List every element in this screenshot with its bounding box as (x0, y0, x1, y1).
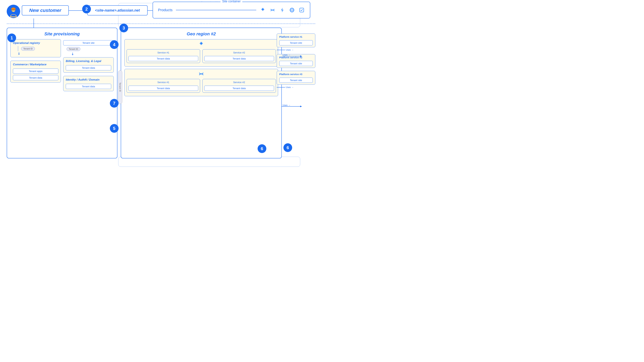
site-container-inner: Products (153, 2, 310, 18)
jira-svc1-data: Tenant data (128, 56, 198, 61)
ps2-title: Platform service #2 (279, 56, 313, 59)
product-icons (260, 7, 305, 13)
op-registry-title: Operational registry (13, 41, 58, 45)
commerce-panel: Commerce / Marketplace Tenant apps Tenan… (10, 61, 61, 82)
jira-section: Service #1 Tenant data Service #2 Tenant… (124, 39, 278, 66)
conf-svc1-label: Service #1 (128, 81, 198, 84)
confluence-section: Service #1 Tenant data Service #2 Tenant… (124, 69, 278, 96)
platform-services: Platform service #1 Tenant sIte Uses → P… (277, 33, 315, 88)
tenant-site-box: Tenant site (63, 40, 114, 45)
step-5-circle: 5 (110, 124, 118, 133)
step-3-circle: 3 (120, 24, 128, 32)
site-container-label: Site container (220, 0, 242, 3)
tenant-id-pill-2: Tenant ID (66, 47, 80, 51)
confluence-services-row: Service #1 Tenant data Service #2 Tenant… (126, 79, 276, 93)
geo2-panel: 3 Geo region #2 Service #1 Tenant data S… (121, 28, 282, 158)
uses-arrow-1: Uses → (277, 49, 315, 51)
billing-title: Billing, Licensing, & Legal (66, 59, 111, 63)
step-6a-circle: 6 (258, 144, 266, 153)
ps1-inner: Tenant sIte (279, 40, 313, 45)
svg-marker-13 (300, 106, 302, 107)
tenant-id-row2: Tenant ID (66, 47, 114, 51)
platform-service-2-box: Platform service #2 Tenant site (277, 54, 315, 68)
conf-service-1: Service #1 Tenant data (126, 79, 200, 93)
geo2-title: Geo region #2 (124, 31, 278, 36)
step-2-circle: 2 (82, 5, 91, 13)
uses-label-1: Uses → (286, 49, 294, 51)
platform-service-1-box: Platform service #1 Tenant sIte (277, 33, 315, 47)
uses-label-3: Uses → (286, 86, 294, 88)
confluence-product-icon (126, 71, 276, 78)
products-line (176, 10, 256, 10)
provisioning-columns: Operational registry Tenant ID Commerce … (10, 39, 114, 152)
jira-svc2-data: Tenant data (204, 56, 274, 61)
statuspage-icon (279, 7, 286, 13)
ps2-inner: Tenant site (279, 61, 313, 66)
new-customer-box: New customer (22, 5, 69, 15)
site-provisioning-panel: Site provisioning Operational registry T… (7, 28, 118, 158)
conf-service-2: Service #2 Tenant data (202, 79, 276, 93)
globe-icon (289, 7, 295, 13)
tenant-data-box-1: Tenant data (13, 75, 58, 80)
conf-svc2-data: Tenant data (204, 86, 274, 91)
confluence-icon (269, 7, 276, 13)
step-1-circle: 1 (8, 33, 16, 42)
svg-rect-8 (300, 8, 304, 12)
products-label: Products (158, 8, 172, 12)
conf-svc2-label: Service #2 (204, 81, 274, 84)
billing-panel: Billing, Licensing, & Legal Tenant data (63, 57, 114, 72)
ps1-title: Platform service #1 (279, 35, 313, 38)
connector-customer-step2 (69, 10, 83, 11)
jira-service-icon (298, 7, 305, 13)
tenant-data-box-2: Tenant data (66, 65, 111, 70)
step-4-circle: 4 (110, 40, 118, 49)
conf-svc1-data: Tenant data (128, 86, 198, 91)
tenant-id-row1: Tenant ID (13, 46, 58, 51)
op-registry-panel: Operational registry Tenant ID (10, 39, 61, 57)
new-customer-label: New customer (29, 8, 61, 13)
tenant-id-pill-1: Tenant ID (21, 47, 35, 51)
site-url-label: <site-name>.atlassian.net (95, 8, 140, 12)
right-column: Tenant site Tenant ID Billing, Licensing… (63, 39, 114, 152)
left-column: Operational registry Tenant ID Commerce … (10, 39, 61, 152)
tenant-apps-box: Tenant apps (13, 68, 58, 74)
tenant-id-vertical: Tenant ID (118, 70, 122, 104)
jira-service-2: Service #2 Tenant data (202, 49, 276, 63)
jira-svc2-label: Service #2 (204, 51, 274, 54)
step-6b-circle: 6 (284, 143, 292, 152)
uses-arrow-3: Uses → (277, 86, 315, 88)
arrow-down-2 (72, 53, 114, 56)
tenant-site-row: Tenant site (63, 39, 114, 45)
identity-panel: Identity / AuthN / Domain Tenant data (63, 76, 114, 91)
step-7-circle: 7 (110, 99, 118, 108)
jira-product-icon (126, 41, 276, 48)
diagram: Geo region #1 Geo region #3 New customer (0, 0, 322, 181)
platform-service-3-box: Platform service #3 Tenant site (277, 71, 315, 85)
site-url-box: <site-name>.atlassian.net (87, 5, 148, 15)
arrow-down-1 (18, 52, 58, 55)
svg-text:Uses →: Uses → (282, 104, 290, 106)
identity-title: Identity / AuthN / Domain (66, 78, 111, 81)
customer-avatar (7, 5, 20, 18)
jira-icon (260, 7, 266, 13)
commerce-title: Commerce / Marketplace (13, 63, 58, 66)
site-provisioning-title: Site provisioning (10, 31, 114, 36)
ps3-inner: Tenant site (279, 78, 313, 83)
jira-svc1-label: Service #1 (128, 51, 198, 54)
dotted-separator (7, 23, 315, 24)
ps3-title: Platform service #3 (279, 73, 313, 76)
jira-service-1: Service #1 Tenant data (126, 49, 200, 63)
uses-arrow-conf: Uses → (282, 104, 304, 109)
tenant-data-box-3: Tenant data (66, 84, 111, 89)
jira-services-row: Service #1 Tenant data Service #2 Tenant… (126, 49, 276, 63)
site-container: Site container Products (152, 2, 310, 18)
